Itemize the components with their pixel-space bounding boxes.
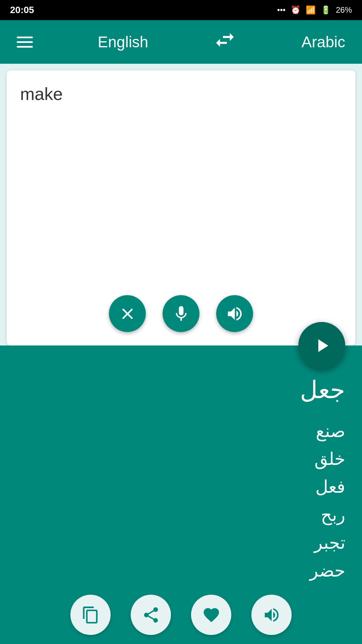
speak-source-button[interactable]: [216, 295, 253, 332]
source-input[interactable]: make: [7, 70, 355, 285]
share-button[interactable]: [131, 595, 171, 635]
status-icons: ••• ⏰ 📶 🔋 26%: [277, 5, 352, 15]
microphone-button[interactable]: [163, 295, 199, 332]
toolbar: English Arabic: [0, 20, 362, 64]
alternative-translations: صنعخلقفعلربحتجبرحضر: [17, 417, 345, 585]
source-language-selector[interactable]: English: [98, 33, 148, 51]
main-content: make: [0, 64, 362, 644]
menu-button[interactable]: [17, 37, 33, 48]
favorite-button[interactable]: [191, 595, 231, 635]
time-display: 20:05: [10, 5, 34, 15]
target-panel: جعل صنعخلقفعلربحتجبرحضر: [0, 345, 362, 644]
clear-button[interactable]: [109, 295, 146, 332]
speak-target-button[interactable]: [251, 595, 292, 635]
translation-result: جعل صنعخلقفعلربحتجبرحضر: [17, 356, 345, 585]
battery-icon: 🔋: [321, 5, 331, 15]
target-action-bar: [17, 585, 345, 644]
main-translation: جعل: [17, 376, 345, 404]
source-panel: make: [7, 70, 355, 345]
dots-icon: •••: [277, 5, 286, 15]
target-language-selector[interactable]: Arabic: [302, 33, 345, 51]
copy-button[interactable]: [70, 595, 111, 635]
battery-percent: 26%: [336, 5, 352, 15]
translate-button[interactable]: [298, 322, 345, 369]
status-bar: 20:05 ••• ⏰ 📶 🔋 26%: [0, 0, 362, 20]
alarm-icon: ⏰: [291, 5, 301, 15]
sim-icon: 📶: [306, 5, 316, 15]
swap-languages-button[interactable]: [213, 28, 237, 56]
